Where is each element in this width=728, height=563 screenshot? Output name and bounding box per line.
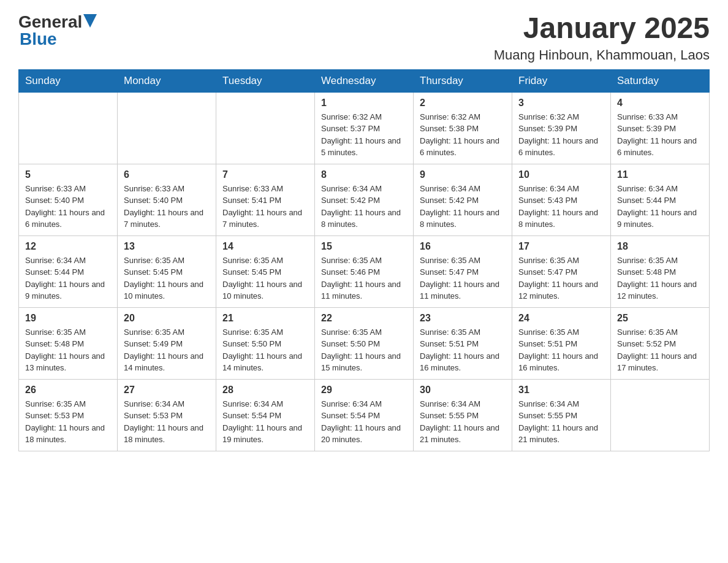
day-info: Sunrise: 6:35 AMSunset: 5:48 PMDaylight:… [25, 326, 111, 374]
weekday-header-thursday: Thursday [414, 69, 512, 92]
calendar-cell: 23Sunrise: 6:35 AMSunset: 5:51 PMDayligh… [414, 307, 512, 379]
title-area: January 2025 Muang Hinboun, Khammouan, L… [494, 12, 710, 63]
calendar-cell: 19Sunrise: 6:35 AMSunset: 5:48 PMDayligh… [19, 307, 118, 379]
calendar-cell: 1Sunrise: 6:32 AMSunset: 5:37 PMDaylight… [315, 92, 414, 164]
calendar-cell: 28Sunrise: 6:34 AMSunset: 5:54 PMDayligh… [216, 379, 315, 451]
day-info: Sunrise: 6:35 AMSunset: 5:53 PMDaylight:… [25, 398, 111, 446]
weekday-header-friday: Friday [512, 69, 611, 92]
logo-triangle-icon [83, 14, 97, 28]
calendar-cell [216, 92, 315, 164]
day-info: Sunrise: 6:34 AMSunset: 5:44 PMDaylight:… [25, 255, 111, 302]
day-number: 12 [25, 241, 111, 252]
calendar-cell: 18Sunrise: 6:35 AMSunset: 5:48 PMDayligh… [611, 236, 710, 307]
day-info: Sunrise: 6:35 AMSunset: 5:46 PMDaylight:… [321, 255, 407, 302]
calendar-cell: 2Sunrise: 6:32 AMSunset: 5:38 PMDaylight… [414, 92, 512, 164]
calendar-cell: 5Sunrise: 6:33 AMSunset: 5:40 PMDaylight… [19, 164, 118, 236]
location-subtitle: Muang Hinboun, Khammouan, Laos [494, 47, 710, 63]
calendar-cell: 12Sunrise: 6:34 AMSunset: 5:44 PMDayligh… [19, 236, 118, 307]
day-info: Sunrise: 6:35 AMSunset: 5:47 PMDaylight:… [518, 255, 604, 302]
day-info: Sunrise: 6:32 AMSunset: 5:37 PMDaylight:… [321, 111, 407, 159]
week-row-1: 1Sunrise: 6:32 AMSunset: 5:37 PMDaylight… [19, 92, 710, 164]
calendar-cell: 30Sunrise: 6:34 AMSunset: 5:55 PMDayligh… [414, 379, 512, 451]
day-number: 3 [518, 98, 604, 109]
day-info: Sunrise: 6:34 AMSunset: 5:42 PMDaylight:… [321, 183, 407, 231]
day-info: Sunrise: 6:34 AMSunset: 5:43 PMDaylight:… [518, 183, 604, 231]
day-info: Sunrise: 6:35 AMSunset: 5:52 PMDaylight:… [617, 326, 703, 374]
weekday-header-monday: Monday [118, 69, 216, 92]
calendar-cell: 17Sunrise: 6:35 AMSunset: 5:47 PMDayligh… [512, 236, 611, 307]
day-number: 31 [518, 385, 604, 396]
day-info: Sunrise: 6:35 AMSunset: 5:50 PMDaylight:… [222, 326, 308, 374]
day-info: Sunrise: 6:34 AMSunset: 5:55 PMDaylight:… [420, 398, 506, 446]
day-number: 26 [25, 385, 111, 396]
svg-marker-0 [83, 14, 97, 28]
day-info: Sunrise: 6:33 AMSunset: 5:39 PMDaylight:… [617, 111, 703, 159]
calendar-cell: 9Sunrise: 6:34 AMSunset: 5:42 PMDaylight… [414, 164, 512, 236]
day-number: 4 [617, 98, 703, 109]
calendar-cell: 22Sunrise: 6:35 AMSunset: 5:50 PMDayligh… [315, 307, 414, 379]
day-number: 1 [321, 98, 407, 109]
day-number: 11 [617, 169, 703, 180]
day-number: 19 [25, 313, 111, 324]
day-number: 30 [420, 385, 506, 396]
calendar-cell: 11Sunrise: 6:34 AMSunset: 5:44 PMDayligh… [611, 164, 710, 236]
day-info: Sunrise: 6:35 AMSunset: 5:47 PMDaylight:… [420, 255, 506, 302]
calendar-cell: 3Sunrise: 6:32 AMSunset: 5:39 PMDaylight… [512, 92, 611, 164]
day-number: 25 [617, 313, 703, 324]
week-row-4: 19Sunrise: 6:35 AMSunset: 5:48 PMDayligh… [19, 307, 710, 379]
calendar-cell: 20Sunrise: 6:35 AMSunset: 5:49 PMDayligh… [118, 307, 216, 379]
day-info: Sunrise: 6:34 AMSunset: 5:54 PMDaylight:… [222, 398, 308, 446]
day-info: Sunrise: 6:34 AMSunset: 5:53 PMDaylight:… [124, 398, 210, 446]
calendar-cell: 24Sunrise: 6:35 AMSunset: 5:51 PMDayligh… [512, 307, 611, 379]
calendar-cell [118, 92, 216, 164]
week-row-3: 12Sunrise: 6:34 AMSunset: 5:44 PMDayligh… [19, 236, 710, 307]
header: General Blue January 2025 Muang Hinboun,… [18, 12, 710, 63]
calendar-cell: 13Sunrise: 6:35 AMSunset: 5:45 PMDayligh… [118, 236, 216, 307]
day-info: Sunrise: 6:35 AMSunset: 5:48 PMDaylight:… [617, 255, 703, 302]
day-number: 21 [222, 313, 308, 324]
weekday-header-tuesday: Tuesday [216, 69, 315, 92]
calendar-cell: 4Sunrise: 6:33 AMSunset: 5:39 PMDaylight… [611, 92, 710, 164]
day-info: Sunrise: 6:34 AMSunset: 5:44 PMDaylight:… [617, 183, 703, 231]
day-number: 2 [420, 98, 506, 109]
calendar-table: SundayMondayTuesdayWednesdayThursdayFrid… [18, 69, 710, 451]
day-info: Sunrise: 6:33 AMSunset: 5:41 PMDaylight:… [222, 183, 308, 231]
calendar-cell: 27Sunrise: 6:34 AMSunset: 5:53 PMDayligh… [118, 379, 216, 451]
day-number: 6 [124, 169, 210, 180]
day-number: 9 [420, 169, 506, 180]
logo: General Blue [18, 12, 97, 49]
day-info: Sunrise: 6:35 AMSunset: 5:49 PMDaylight:… [124, 326, 210, 374]
calendar-cell: 8Sunrise: 6:34 AMSunset: 5:42 PMDaylight… [315, 164, 414, 236]
calendar-cell: 15Sunrise: 6:35 AMSunset: 5:46 PMDayligh… [315, 236, 414, 307]
calendar-cell: 21Sunrise: 6:35 AMSunset: 5:50 PMDayligh… [216, 307, 315, 379]
day-info: Sunrise: 6:32 AMSunset: 5:39 PMDaylight:… [518, 111, 604, 159]
calendar-cell: 25Sunrise: 6:35 AMSunset: 5:52 PMDayligh… [611, 307, 710, 379]
day-number: 29 [321, 385, 407, 396]
day-info: Sunrise: 6:35 AMSunset: 5:45 PMDaylight:… [124, 255, 210, 302]
day-number: 8 [321, 169, 407, 180]
logo-blue-text: Blue [20, 29, 57, 49]
day-info: Sunrise: 6:34 AMSunset: 5:55 PMDaylight:… [518, 398, 604, 446]
day-number: 17 [518, 241, 604, 252]
weekday-header-row: SundayMondayTuesdayWednesdayThursdayFrid… [19, 69, 710, 92]
day-number: 24 [518, 313, 604, 324]
calendar-cell: 10Sunrise: 6:34 AMSunset: 5:43 PMDayligh… [512, 164, 611, 236]
day-number: 18 [617, 241, 703, 252]
month-title: January 2025 [494, 12, 710, 45]
day-number: 10 [518, 169, 604, 180]
day-number: 5 [25, 169, 111, 180]
day-number: 7 [222, 169, 308, 180]
day-info: Sunrise: 6:34 AMSunset: 5:54 PMDaylight:… [321, 398, 407, 446]
day-info: Sunrise: 6:35 AMSunset: 5:51 PMDaylight:… [420, 326, 506, 374]
day-number: 14 [222, 241, 308, 252]
day-info: Sunrise: 6:32 AMSunset: 5:38 PMDaylight:… [420, 111, 506, 159]
weekday-header-wednesday: Wednesday [315, 69, 414, 92]
calendar-cell [19, 92, 118, 164]
day-number: 15 [321, 241, 407, 252]
day-info: Sunrise: 6:33 AMSunset: 5:40 PMDaylight:… [25, 183, 111, 231]
day-number: 23 [420, 313, 506, 324]
week-row-2: 5Sunrise: 6:33 AMSunset: 5:40 PMDaylight… [19, 164, 710, 236]
calendar-cell: 7Sunrise: 6:33 AMSunset: 5:41 PMDaylight… [216, 164, 315, 236]
day-info: Sunrise: 6:35 AMSunset: 5:50 PMDaylight:… [321, 326, 407, 374]
calendar-cell: 29Sunrise: 6:34 AMSunset: 5:54 PMDayligh… [315, 379, 414, 451]
